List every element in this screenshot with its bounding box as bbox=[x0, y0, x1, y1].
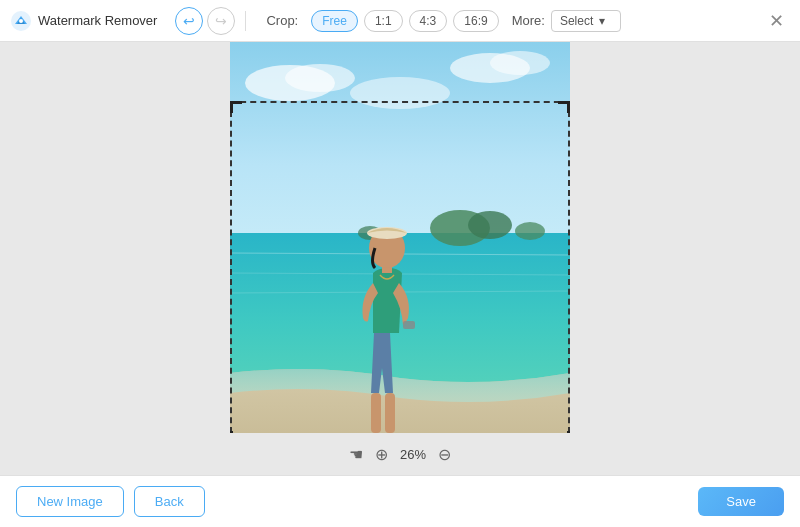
zoom-out-icon[interactable]: ⊖ bbox=[438, 445, 451, 464]
undo-icon: ↩ bbox=[183, 13, 195, 29]
title-bar: Watermark Remover ↩ ↪ Crop: Free 1:1 4:3… bbox=[0, 0, 800, 42]
crop-4x3-button[interactable]: 4:3 bbox=[409, 10, 448, 32]
svg-rect-19 bbox=[371, 393, 381, 433]
svg-point-1 bbox=[19, 19, 23, 23]
zoom-percent: 26% bbox=[400, 447, 426, 462]
dropdown-arrow-icon: ▾ bbox=[599, 14, 605, 28]
select-label: Select bbox=[560, 14, 593, 28]
crop-1x1-button[interactable]: 1:1 bbox=[364, 10, 403, 32]
svg-point-6 bbox=[490, 51, 550, 75]
svg-point-7 bbox=[350, 77, 450, 109]
close-button[interactable]: ✕ bbox=[762, 7, 790, 35]
new-image-button[interactable]: New Image bbox=[16, 486, 124, 517]
photo-background bbox=[230, 42, 570, 433]
app-logo: Watermark Remover bbox=[10, 10, 157, 32]
close-icon: ✕ bbox=[769, 10, 784, 32]
svg-rect-20 bbox=[385, 393, 395, 433]
undo-button[interactable]: ↩ bbox=[175, 7, 203, 35]
crop-16x9-button[interactable]: 16:9 bbox=[453, 10, 498, 32]
crop-free-button[interactable]: Free bbox=[311, 10, 358, 32]
select-dropdown[interactable]: Select ▾ bbox=[551, 10, 621, 32]
zoom-in-icon[interactable]: ⊕ bbox=[375, 445, 388, 464]
svg-point-4 bbox=[285, 64, 355, 92]
svg-rect-21 bbox=[403, 321, 415, 329]
more-label: More: bbox=[512, 13, 545, 28]
zoom-bar: ☚ ⊕ 26% ⊖ bbox=[0, 433, 800, 475]
redo-button[interactable]: ↪ bbox=[207, 7, 235, 35]
svg-point-14 bbox=[515, 222, 545, 240]
redo-icon: ↪ bbox=[215, 13, 227, 29]
bottom-bar: New Image Back Save bbox=[0, 475, 800, 527]
crop-label: Crop: bbox=[266, 13, 298, 28]
app-logo-icon bbox=[10, 10, 32, 32]
image-container bbox=[230, 42, 570, 433]
canvas-area bbox=[0, 42, 800, 433]
hand-tool-icon[interactable]: ☚ bbox=[349, 445, 363, 464]
back-button[interactable]: Back bbox=[134, 486, 205, 517]
save-button[interactable]: Save bbox=[698, 487, 784, 516]
app-title: Watermark Remover bbox=[38, 13, 157, 28]
svg-point-13 bbox=[468, 211, 512, 239]
divider bbox=[245, 11, 246, 31]
beach-photo-svg bbox=[230, 42, 570, 433]
